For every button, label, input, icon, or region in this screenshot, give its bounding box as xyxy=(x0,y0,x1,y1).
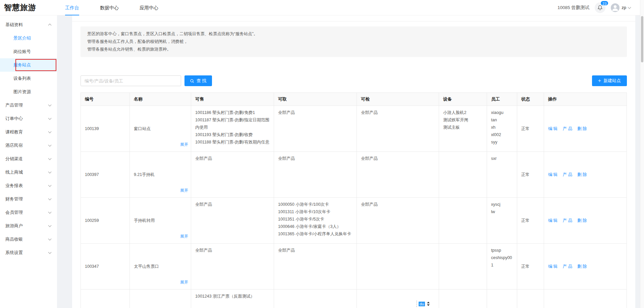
list-item: lw xyxy=(491,208,513,215)
sidebar-group-label: 课程教育 xyxy=(5,129,23,135)
chevron-down-icon xyxy=(48,184,52,187)
sidebar-group[interactable]: 酒店民宿 xyxy=(0,139,57,152)
sidebar-group[interactable]: 旅游商户 xyxy=(0,219,57,233)
number-spinner-icon[interactable] xyxy=(427,302,430,306)
sidebar-item[interactable]: 设备列表 xyxy=(0,72,57,85)
avatar-icon xyxy=(611,3,620,12)
inline-number-input[interactable]: du xyxy=(417,301,430,307)
chevron-down-icon xyxy=(48,117,52,120)
sidebar-group[interactable]: 线上商城 xyxy=(0,166,57,179)
edit-link[interactable]: 编 辑 xyxy=(548,264,557,269)
staff-cell: sxr xyxy=(487,152,517,198)
header-right: 10085 曾鹏测试 23 zp xyxy=(557,2,637,13)
delete-link[interactable]: 删 除 xyxy=(577,218,587,223)
expand-link[interactable]: 展开 xyxy=(180,280,188,285)
checkable-products-cell: 全部产品 xyxy=(357,198,439,244)
station-id-cell: 100139 xyxy=(81,106,130,152)
products-link[interactable]: 产 品 xyxy=(562,264,572,269)
devices-cell: 小游人脸机2测试铁军开闸测试主板 xyxy=(439,106,487,152)
sidebar-item[interactable]: 景区介绍 xyxy=(0,32,57,45)
station-id-cell xyxy=(81,290,130,308)
page-scrollbar[interactable] xyxy=(640,0,644,308)
sidebar-group[interactable]: 订单中心 xyxy=(0,112,57,125)
products-link[interactable]: 产 品 xyxy=(562,126,572,131)
staff-cell: xiaogutanxhxl002syy xyxy=(487,106,517,152)
chevron-up-icon xyxy=(48,24,52,27)
sidebar-group[interactable]: 基础资料 xyxy=(0,18,57,32)
create-station-button[interactable]: + 新建站点 xyxy=(592,75,627,86)
search-input[interactable] xyxy=(80,75,181,86)
sidebar-item[interactable]: 服务站点 xyxy=(0,58,57,72)
sidebar-item[interactable]: 岗位账号 xyxy=(0,45,57,58)
expand-link[interactable]: 展开 xyxy=(180,234,188,239)
search-icon xyxy=(190,79,194,83)
list-item: xh xyxy=(491,124,513,131)
stations-table: 编号名称可售可取可检设备员工状态操作 100139窗口站点展开1001186 塱… xyxy=(80,93,627,308)
search-button[interactable]: 查 找 xyxy=(184,75,212,86)
list-item: xiaogu xyxy=(491,109,513,116)
search-button-label: 查 找 xyxy=(197,78,207,84)
edit-link[interactable]: 编 辑 xyxy=(548,126,557,131)
delete-link[interactable]: 删 除 xyxy=(577,126,587,131)
station-name-cell: 手持机转用展开 xyxy=(130,198,191,244)
column-header: 名称 xyxy=(130,93,191,106)
sidebar-group[interactable]: 会员管理 xyxy=(0,206,57,219)
scrollbar-thumb[interactable] xyxy=(641,16,643,62)
expand-link[interactable]: 展开 xyxy=(180,142,188,147)
table-row: 1003979.21手持机展开全部产品全部产品全部产品sxr正常编 辑产 品删 … xyxy=(81,152,627,198)
list-item: 1001187 塱头村门票-勿删/指定日期范围内使用 xyxy=(195,116,270,131)
expand-link[interactable]: 展开 xyxy=(180,188,188,193)
sidebar-group[interactable]: 产品管理 xyxy=(0,99,57,112)
actions-cell: 编 辑产 品删 除 xyxy=(544,152,627,198)
list-item: 全部产品 xyxy=(195,201,270,208)
notification-badge: 23 xyxy=(600,0,609,6)
staff-cell: tpsspceshispy001 xyxy=(487,244,517,290)
table-row: 100139窗口站点展开1001186 塱头村门票-勿删/免费11001187 … xyxy=(81,106,627,152)
top-tab[interactable]: 工作台 xyxy=(65,0,79,15)
main-area: 票务站点 景区的游客中心，窗口售票点，景区入口检票点，二销项目售票、检票点统称为… xyxy=(57,0,644,308)
sidebar-item[interactable]: 图片资源 xyxy=(0,85,57,99)
status-cell xyxy=(517,290,544,308)
sellable-products-cell: 全部产品 xyxy=(191,198,274,244)
list-item: 测试铁军开闸 xyxy=(443,116,483,124)
status-cell: 正常 xyxy=(517,152,544,198)
products-link[interactable]: 产 品 xyxy=(562,218,572,223)
station-name: 9.21手持机 xyxy=(134,172,155,177)
notifications-button[interactable]: 23 xyxy=(595,2,605,13)
top-tab[interactable]: 应用中心 xyxy=(140,0,158,15)
sidebar-group-label: 线上商城 xyxy=(5,169,23,175)
delete-link[interactable]: 删 除 xyxy=(577,264,587,269)
list-item: 1001365 小游年卡/小程序单人兑换年卡 xyxy=(278,230,353,238)
info-line: 管理各服务站点允许销售、检票的旅游票种。 xyxy=(87,46,620,53)
list-item: 全部产品 xyxy=(195,155,270,162)
edit-link[interactable]: 编 辑 xyxy=(548,218,557,223)
tenant-label: 10085 曾鹏测试 xyxy=(557,5,589,11)
sidebar-group[interactable]: 分销渠道 xyxy=(0,152,57,166)
actions-cell xyxy=(544,290,627,308)
sidebar-group-label: 基础资料 xyxy=(5,22,23,28)
sidebar-group[interactable]: 财务管理 xyxy=(0,192,57,206)
user-menu[interactable]: zp xyxy=(611,3,631,12)
column-header: 可取 xyxy=(274,93,357,106)
status-cell: 正常 xyxy=(517,244,544,290)
sidebar-group[interactable]: 课程教育 xyxy=(0,125,57,139)
station-name: 手持机转用 xyxy=(134,218,155,223)
collectable-products-cell: 全部产品 xyxy=(274,106,357,152)
list-item: 1001188 塱头村门票-勿删/有效期内任意 xyxy=(195,138,270,146)
sidebar-group[interactable]: 商品收银 xyxy=(0,233,57,246)
list-item: 1001243 浙江产票（反面测试） xyxy=(195,293,270,300)
sidebar-group-label: 会员管理 xyxy=(5,209,23,215)
collectable-products-cell xyxy=(274,290,357,308)
delete-link[interactable]: 删 除 xyxy=(577,172,587,177)
sellable-products-cell: 全部产品 xyxy=(191,244,274,290)
list-item: sxr xyxy=(491,155,513,162)
sidebar-group[interactable]: 系统设置 xyxy=(0,246,57,259)
column-header: 可检 xyxy=(357,93,439,106)
checkable-products-cell xyxy=(357,244,439,290)
top-tab[interactable]: 数据中心 xyxy=(100,0,119,15)
products-link[interactable]: 产 品 xyxy=(562,172,572,177)
edit-link[interactable]: 编 辑 xyxy=(548,172,557,177)
inline-edit-value: du xyxy=(419,302,425,306)
top-header: 智慧旅游 工作台数据中心应用中心 10085 曾鹏测试 23 zp xyxy=(0,0,644,15)
sidebar-group[interactable]: 业务报表 xyxy=(0,179,57,192)
